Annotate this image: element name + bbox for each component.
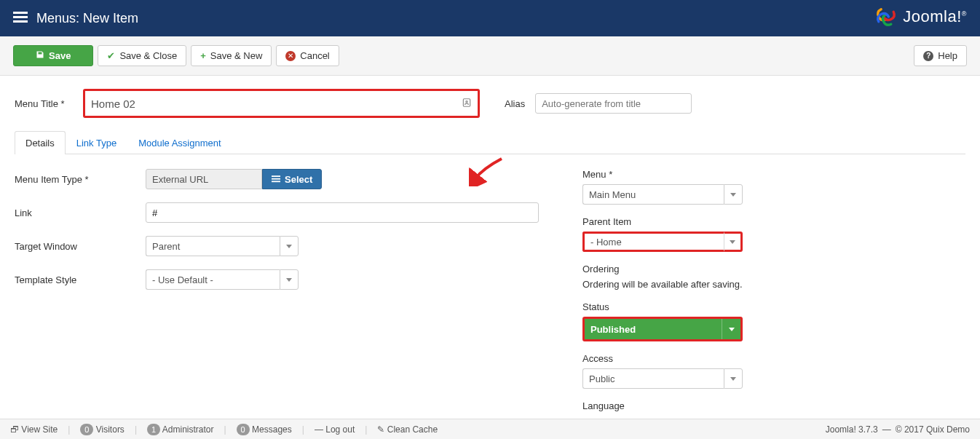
tab-strip: Details Link Type Module Assignment	[15, 131, 965, 154]
save-label: Save	[49, 50, 71, 61]
save-close-label: Save & Close	[119, 50, 177, 61]
template-style-value: - Use Default -	[146, 269, 280, 290]
target-window-value: Parent	[146, 236, 280, 256]
status-select[interactable]: Published	[582, 317, 743, 341]
select-type-label: Select	[285, 174, 312, 185]
save-button[interactable]: Save	[13, 45, 93, 66]
svg-rect-5	[13, 20, 16, 23]
status-bar: 🗗 View Site | 0 Visitors | 1 Administrat…	[0, 419, 980, 430]
check-icon: ✔	[107, 50, 115, 61]
tab-details[interactable]: Details	[15, 131, 66, 154]
cancel-icon: ✕	[285, 51, 296, 61]
toolbar: Save ✔ Save & Close + Save & New ✕ Cance…	[0, 36, 980, 76]
page-header: Menus: New Item Joomla!®	[0, 0, 980, 36]
save-new-label: Save & New	[210, 50, 263, 61]
svg-rect-4	[13, 16, 16, 18]
menu-title-label: Menu Title *	[15, 98, 73, 109]
chevron-down-icon	[724, 184, 743, 205]
chevron-down-icon	[724, 232, 743, 252]
joomla-logo: Joomla!®	[874, 4, 967, 29]
status-value: Published	[585, 319, 722, 339]
logout-link[interactable]: — Log out	[315, 424, 355, 431]
chevron-down-icon	[280, 236, 299, 256]
alias-input[interactable]	[535, 93, 692, 114]
template-style-label: Template Style	[15, 274, 146, 285]
tab-link-type[interactable]: Link Type	[66, 131, 127, 154]
contact-card-icon	[462, 97, 472, 111]
cancel-button[interactable]: ✕ Cancel	[276, 45, 339, 66]
help-button[interactable]: ? Help	[914, 45, 967, 66]
menu-item-type-display: External URL	[146, 169, 262, 189]
menu-select[interactable]: Main Menu	[582, 184, 743, 205]
save-close-button[interactable]: ✔ Save & Close	[98, 45, 186, 66]
admin-count: 1	[147, 424, 160, 431]
chevron-down-icon	[722, 319, 740, 339]
visitors-count: 0	[80, 424, 93, 431]
menu-label: Menu *	[582, 169, 757, 180]
save-icon	[36, 50, 44, 61]
page-title: Menus: New Item	[36, 11, 138, 26]
link-input[interactable]	[146, 202, 539, 223]
target-window-label: Target Window	[15, 241, 146, 252]
joomla-icon	[874, 4, 898, 29]
svg-rect-9	[272, 178, 280, 179]
copyright-text: © 2017 Quix Demo	[896, 424, 970, 431]
alias-label: Alias	[505, 98, 525, 109]
ordering-label: Ordering	[582, 264, 757, 274]
chevron-down-icon	[280, 269, 299, 290]
plus-icon: +	[200, 50, 206, 61]
messages-status: 0 Messages	[237, 424, 292, 431]
view-site-link[interactable]: 🗗 View Site	[10, 424, 58, 431]
access-label: Access	[582, 353, 757, 364]
status-label: Status	[582, 301, 757, 312]
svg-rect-10	[272, 181, 280, 182]
access-value: Public	[582, 368, 724, 389]
clean-cache-link[interactable]: ✎ Clean Cache	[377, 424, 438, 431]
language-label: Language	[582, 400, 757, 411]
save-new-button[interactable]: + Save & New	[191, 45, 272, 66]
visitors-status: 0 Visitors	[80, 424, 125, 431]
messages-count: 0	[237, 424, 250, 431]
access-select[interactable]: Public	[582, 368, 743, 389]
parent-item-select[interactable]: - Home	[582, 232, 743, 252]
menu-title-input[interactable]	[85, 91, 478, 116]
parent-item-value: - Home	[582, 232, 724, 252]
menu-icon	[13, 12, 28, 25]
broom-icon: ✎	[377, 424, 384, 431]
menu-item-type-label: Menu Item Type *	[15, 174, 146, 185]
version-text: Joomla! 3.7.3	[826, 424, 878, 431]
target-window-select[interactable]: Parent	[146, 236, 299, 256]
template-style-select[interactable]: - Use Default -	[146, 269, 299, 290]
svg-rect-3	[13, 12, 16, 14]
list-icon	[272, 174, 280, 185]
ordering-note: Ordering will be available after saving.	[582, 279, 757, 290]
svg-rect-8	[272, 175, 280, 177]
brand-text: Joomla!	[903, 7, 962, 25]
select-type-button[interactable]: Select	[262, 169, 322, 189]
external-icon: 🗗	[10, 424, 19, 431]
cancel-label: Cancel	[300, 50, 329, 61]
svg-point-7	[466, 101, 467, 103]
parent-item-label: Parent Item	[582, 216, 757, 227]
arrow-annotation	[469, 157, 505, 186]
chevron-down-icon	[724, 368, 743, 389]
tab-module-assignment[interactable]: Module Assignment	[127, 131, 232, 154]
menu-title-field-highlight	[83, 89, 480, 118]
link-label: Link	[15, 207, 146, 218]
menu-value: Main Menu	[582, 184, 724, 205]
help-icon: ?	[923, 51, 933, 61]
help-label: Help	[938, 50, 957, 61]
admin-status: 1 Administrator	[147, 424, 213, 431]
